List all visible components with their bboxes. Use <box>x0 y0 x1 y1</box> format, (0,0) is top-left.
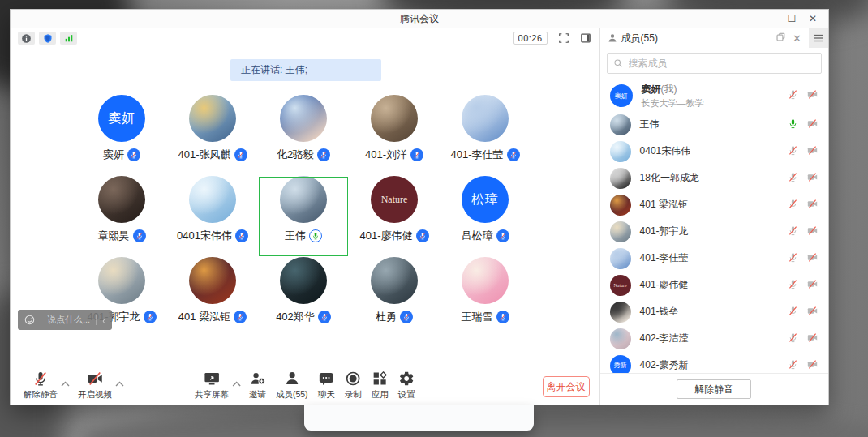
security-button[interactable] <box>39 32 56 45</box>
participant-tile[interactable]: 0401宋伟伟 <box>167 176 258 257</box>
member-row[interactable]: 401 梁泓钜 <box>600 191 828 218</box>
toolbar-apps-button[interactable]: 应用 <box>367 371 393 401</box>
member-name: 402-李洁滢 <box>640 332 689 345</box>
maximize-button[interactable]: ☐ <box>781 10 802 28</box>
leave-meeting-button[interactable]: 离开会议 <box>543 376 590 397</box>
titlebar[interactable]: 腾讯会议 – ☐ ✕ <box>11 10 828 28</box>
toolbar-settings-button[interactable]: 设置 <box>393 371 420 401</box>
member-row[interactable]: 窦妍窦妍(我)长安大学—教学 <box>600 80 828 111</box>
camera-off-icon[interactable] <box>806 305 819 319</box>
mic-muted-icon[interactable] <box>788 225 798 239</box>
camera-off-icon[interactable] <box>806 198 819 212</box>
layout-toggle-button[interactable] <box>580 32 591 44</box>
member-search-input[interactable] <box>627 57 815 70</box>
participant-tile[interactable]: 窦妍窦妍 <box>76 95 167 176</box>
mic-muted-icon[interactable] <box>788 198 798 212</box>
member-row[interactable]: 秀新402-蒙秀新 <box>600 352 828 373</box>
participant-tile[interactable]: 王瑞雪 <box>440 257 531 338</box>
speaking-banner: 正在讲话: 王伟; <box>230 59 381 81</box>
member-row[interactable]: 0401宋伟伟 <box>600 138 828 165</box>
member-name: 401-李佳莹 <box>640 251 689 265</box>
participant-name: 章熙昊 <box>98 229 130 243</box>
toolbar-share-button[interactable]: 共享屏幕 <box>190 371 234 401</box>
participant-tile[interactable]: 王伟 <box>258 176 349 257</box>
camera-off-icon[interactable] <box>806 225 819 239</box>
mic-muted-icon[interactable] <box>788 251 798 266</box>
participant-name: 401-李佳莹 <box>450 148 503 162</box>
member-name: 18化一郭成龙 <box>640 171 699 185</box>
participant-tile[interactable]: 章熙昊 <box>76 176 167 257</box>
participant-tile[interactable]: 402郑华 <box>258 257 349 338</box>
divider <box>41 315 41 325</box>
member-search-box[interactable] <box>607 53 822 74</box>
camera-off-icon[interactable] <box>806 118 819 132</box>
meeting-info-button[interactable] <box>18 32 35 45</box>
popout-panel-button[interactable] <box>776 31 786 45</box>
background-window[interactable] <box>304 405 534 431</box>
mic-muted-icon[interactable] <box>788 278 798 293</box>
participant-tile[interactable]: Nature401-廖伟健 <box>349 176 440 257</box>
member-row[interactable]: 401-李佳莹 <box>600 245 828 272</box>
member-row[interactable]: 402-李洁滢 <box>600 325 828 352</box>
toolbar-chat-button[interactable]: 聊天 <box>313 371 340 401</box>
camera-off-icon[interactable] <box>806 278 819 293</box>
member-row[interactable]: 401-钱垒 <box>600 298 828 325</box>
fullscreen-button[interactable] <box>558 32 569 44</box>
participant-tile[interactable]: 401-张凤麒 <box>167 95 258 176</box>
chevron-left-icon[interactable]: ‹ <box>102 314 105 327</box>
camera-off-icon[interactable] <box>806 332 819 346</box>
toolbar-members-button[interactable]: 成员(55) <box>271 371 313 401</box>
unmute-all-button[interactable]: 解除静音 <box>677 379 751 399</box>
mic-muted-icon[interactable] <box>788 144 798 159</box>
camera-off-icon[interactable] <box>806 144 819 159</box>
member-row[interactable]: 401-郭宇龙 <box>600 218 828 245</box>
avatar <box>98 176 145 223</box>
minimize-button[interactable]: – <box>760 10 781 28</box>
member-row[interactable]: Nature401-廖伟健 <box>600 272 828 298</box>
toolbar-record-button[interactable]: 录制 <box>340 371 367 401</box>
mic-on-icon[interactable] <box>788 118 798 132</box>
participant-tile[interactable]: 401-刘洋 <box>349 95 440 176</box>
mic-muted-icon[interactable] <box>788 358 798 373</box>
avatar <box>610 302 631 323</box>
member-row[interactable]: 18化一郭成龙 <box>600 165 828 191</box>
participant-name: 王伟 <box>285 229 306 243</box>
participant-tile[interactable]: 401 梁泓钜 <box>167 257 258 338</box>
participant-tile[interactable]: 401-李佳莹 <box>440 95 531 176</box>
mic-muted-icon[interactable] <box>788 88 798 103</box>
participant-tile[interactable]: 松璋吕松璋 <box>440 176 531 257</box>
camera-off-icon[interactable] <box>806 171 819 186</box>
network-status-button[interactable] <box>60 32 77 45</box>
participant-name-row: 401-廖伟健 <box>359 229 428 243</box>
avatar <box>610 328 631 349</box>
caret-up-icon[interactable] <box>115 376 124 391</box>
participant-tile[interactable]: 化2骆毅 <box>258 95 349 176</box>
toolbar-invite-button[interactable]: 邀请 <box>244 371 271 401</box>
toolbar-mic-button[interactable]: 解除静音 <box>19 371 62 401</box>
chat-input-placeholder[interactable]: 说点什么... <box>47 314 90 326</box>
caret-up-icon[interactable] <box>232 376 241 391</box>
participant-tile[interactable]: 杜勇 <box>349 257 440 338</box>
participant-name-row: 窦妍 <box>103 148 140 162</box>
mic-muted-badge <box>144 311 157 323</box>
camera-off-icon[interactable] <box>806 358 819 373</box>
member-row[interactable]: 王伟 <box>600 111 828 138</box>
avatar: 窦妍 <box>610 84 633 107</box>
chat-quickbar[interactable]: 说点什么... ‹ <box>18 310 112 330</box>
camera-off-icon[interactable] <box>806 88 819 103</box>
video-icon <box>86 371 104 387</box>
toolbar-label: 录制 <box>345 389 362 401</box>
toolbar-video-button[interactable]: 开启视频 <box>73 371 117 401</box>
mic-muted-badge <box>496 229 509 242</box>
mic-muted-icon[interactable] <box>788 305 798 319</box>
panel-menu-button[interactable] <box>809 28 828 48</box>
emoji-smiley-icon[interactable] <box>24 315 35 325</box>
mic-muted-icon[interactable] <box>788 332 798 346</box>
caret-up-icon[interactable] <box>61 376 70 391</box>
camera-off-icon[interactable] <box>806 251 819 266</box>
close-panel-button[interactable]: ✕ <box>793 32 801 45</box>
avatar <box>280 176 327 223</box>
mic-muted-icon[interactable] <box>788 171 798 186</box>
toolbar-label: 开启视频 <box>78 389 112 401</box>
close-button[interactable]: ✕ <box>802 10 823 28</box>
